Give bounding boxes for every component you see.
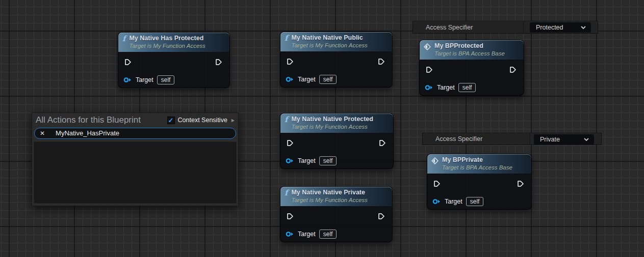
node-subtitle: Target is BPA Access Base xyxy=(434,50,505,58)
context-sensitive-label: Context Sensitive xyxy=(178,117,227,124)
target-label: Target xyxy=(298,157,316,164)
target-object-pin[interactable] xyxy=(425,84,433,91)
target-pin-row: Target self xyxy=(425,83,476,92)
target-label: Target xyxy=(437,84,455,91)
all-actions-context-menu: All Actions for this Blueprint ✓ Context… xyxy=(32,112,239,206)
exec-out-pin[interactable] xyxy=(517,180,524,187)
exec-in-pin[interactable] xyxy=(287,139,294,147)
access-specifier-dropdown[interactable]: Protected xyxy=(530,22,591,33)
node-subtitle: Target is My Function Access xyxy=(129,42,205,50)
exec-out-pin[interactable] xyxy=(378,213,385,220)
node-subtitle: Target is BPA Access Base xyxy=(442,164,512,172)
panel-divider xyxy=(530,133,530,145)
chevron-down-icon xyxy=(581,26,586,29)
blueprint-graph-canvas[interactable]: f My Native Has Protected Target is My F… xyxy=(0,0,644,257)
node-header: My BPPrivate Target is BPA Access Base xyxy=(427,154,531,174)
target-object-pin[interactable] xyxy=(123,77,132,83)
function-f-icon: f xyxy=(285,34,288,43)
target-pin-row: Target self xyxy=(432,197,483,206)
exec-in-pin[interactable] xyxy=(433,180,441,187)
target-pin-row: Target self xyxy=(123,75,174,84)
node-title: My Native Native Protected xyxy=(291,115,373,123)
function-f-icon: f xyxy=(285,116,288,124)
target-self-value[interactable]: self xyxy=(319,75,337,84)
node-my-native-native-private[interactable]: f My Native Native Private Target is My … xyxy=(280,186,393,242)
exec-in-pin[interactable] xyxy=(426,66,433,73)
node-subtitle: Target is My Function Access xyxy=(291,196,367,204)
node-title: My BPProtected xyxy=(434,42,505,50)
target-pin-row: Target self xyxy=(286,156,337,165)
node-header: f My Native Has Protected Target is My F… xyxy=(118,33,229,52)
access-specifier-dropdown[interactable]: Private xyxy=(534,134,594,145)
function-f-icon: f xyxy=(122,35,125,43)
node-my-native-native-protected[interactable]: f My Native Native Protected Target is M… xyxy=(280,113,394,169)
target-label: Target xyxy=(298,231,316,238)
access-specifier-row-protected: Access Specifier Protected xyxy=(413,21,598,34)
node-title: My BPPrivate xyxy=(442,156,512,164)
function-f-icon: f xyxy=(285,189,288,197)
action-search-box[interactable]: ✕ xyxy=(34,128,236,139)
exec-in-pin[interactable] xyxy=(287,213,294,220)
target-object-pin[interactable] xyxy=(286,231,294,237)
target-object-pin[interactable] xyxy=(286,158,294,164)
chevron-down-icon xyxy=(584,138,589,141)
access-specifier-label: Access Specifier xyxy=(426,24,473,31)
target-self-value[interactable]: self xyxy=(466,197,484,206)
target-object-pin[interactable] xyxy=(286,76,294,82)
exec-in-pin[interactable] xyxy=(287,58,294,65)
node-my-native-native-public[interactable]: f My Native Native Public Target is My F… xyxy=(280,32,393,88)
node-header: My BPProtected Target is BPA Access Base xyxy=(420,40,524,60)
node-header: f My Native Native Public Target is My F… xyxy=(280,32,392,51)
submenu-arrow-icon[interactable]: ▶ xyxy=(231,118,235,123)
exec-out-pin[interactable] xyxy=(379,139,386,147)
bp-function-diamond-icon xyxy=(431,157,439,164)
node-header: f My Native Native Protected Target is M… xyxy=(280,113,393,133)
node-title: My Native Native Private xyxy=(291,188,367,196)
exec-in-pin[interactable] xyxy=(124,59,132,66)
target-self-value[interactable]: self xyxy=(157,75,175,84)
exec-out-pin[interactable] xyxy=(509,66,517,73)
bp-function-diamond-icon xyxy=(424,43,431,50)
target-pin-row: Target self xyxy=(286,75,337,84)
action-results-list[interactable] xyxy=(34,141,237,204)
context-menu-title: All Actions for this Blueprint xyxy=(36,115,141,125)
node-title: My Native Native Public xyxy=(291,34,367,42)
node-header: f My Native Native Private Target is My … xyxy=(280,187,392,206)
target-label: Target xyxy=(445,198,462,205)
node-subtitle: Target is My Function Access xyxy=(291,123,373,131)
exec-out-pin[interactable] xyxy=(378,58,385,65)
clear-search-icon[interactable]: ✕ xyxy=(40,130,45,136)
access-specifier-row-private: Access Specifier Private xyxy=(422,133,602,145)
target-self-value[interactable]: self xyxy=(319,230,337,239)
context-menu-header: All Actions for this Blueprint ✓ Context… xyxy=(32,113,238,127)
target-object-pin[interactable] xyxy=(432,198,441,205)
dropdown-selected-value: Private xyxy=(540,136,560,143)
dropdown-selected-value: Protected xyxy=(536,24,563,31)
target-pin-row: Target self xyxy=(286,230,337,239)
target-label: Target xyxy=(136,76,153,83)
node-my-native-has-protected[interactable]: f My Native Has Protected Target is My F… xyxy=(118,32,230,88)
context-sensitive-checkbox[interactable]: ✓ xyxy=(167,117,175,124)
target-self-value[interactable]: self xyxy=(458,83,476,92)
node-title: My Native Has Protected xyxy=(129,34,205,42)
node-my-bpprivate[interactable]: My BPPrivate Target is BPA Access Base T… xyxy=(427,154,532,210)
access-specifier-label: Access Specifier xyxy=(435,135,482,142)
exec-out-pin[interactable] xyxy=(215,59,222,66)
node-my-bpprotected[interactable]: My BPProtected Target is BPA Access Base… xyxy=(419,40,524,96)
panel-divider xyxy=(523,21,524,33)
node-subtitle: Target is My Function Access xyxy=(291,42,367,49)
target-self-value[interactable]: self xyxy=(319,156,337,165)
action-search-input[interactable] xyxy=(49,129,230,137)
check-icon: ✓ xyxy=(168,117,174,124)
target-label: Target xyxy=(298,76,316,83)
